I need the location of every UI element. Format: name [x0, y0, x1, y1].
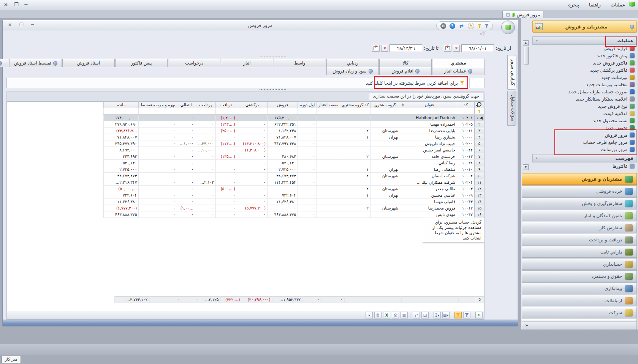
- row-number[interactable]: ۱۵: [474, 205, 484, 211]
- sidebar-item[interactable]: فرآيند فروش: [534, 45, 636, 52]
- cell-11[interactable]: ۰: [139, 115, 177, 121]
- sidebar-item[interactable]: اعلاميه بدهكار بستانكار جديد: [534, 95, 636, 102]
- cell-7[interactable]: ۰: [237, 173, 268, 179]
- cell-10[interactable]: ۰: [182, 296, 200, 303]
- cell-6[interactable]: ۵۴۰,۶۴۰: [268, 160, 298, 166]
- pin-icon[interactable]: [629, 24, 635, 30]
- cell-11[interactable]: ۰: [149, 296, 182, 303]
- cell-9[interactable]: ۰: [195, 173, 216, 179]
- report-tab[interactable]: فاكتورهاي ابطالي: [0, 59, 9, 67]
- column-header[interactable]: دريافت: [216, 102, 237, 108]
- date-to-calendar-icon[interactable]: [372, 45, 380, 52]
- cell-0[interactable]: ۱۰۲۰۵: [457, 121, 474, 128]
- cell-12[interactable]: ۴۷۹,۹۳۰,۶۹۰: [104, 121, 139, 128]
- cell-9[interactable]: ۰: [195, 160, 216, 166]
- cell-1[interactable]: عباسي محسن: [400, 192, 457, 199]
- cell-11[interactable]: ۰: [139, 199, 177, 205]
- cell-7[interactable]: ۰: [237, 179, 268, 186]
- cell-2[interactable]: [370, 121, 400, 128]
- sum-menu-icon[interactable]: Σ▾: [434, 312, 441, 318]
- table-row[interactable]: ۱۳۱۰۰۰۹عباسي محسنتهران۱۰۷۲۲,۶۰۴۰۰۰۰۰۷۲۲,…: [104, 192, 484, 199]
- filter-cell[interactable]: [237, 108, 268, 115]
- cell-0[interactable]: ۱۰۰۱۰: [457, 166, 474, 173]
- cell-11[interactable]: ۰: [139, 147, 177, 153]
- cell-12[interactable]: ۵۴۰,۶۴۰: [104, 160, 139, 166]
- cell-4[interactable]: ۰: [321, 296, 344, 303]
- side-tab[interactable]: سؤالات متداول: [507, 91, 516, 125]
- category-work-order-icon[interactable]: سفارش كار: [522, 222, 637, 233]
- cell-8[interactable]: (۱۳۵,...): [216, 153, 237, 160]
- table-row[interactable]: ۱۰۱۰۰۰۲شركت آسمانشهرستان۲۰۳۸,۶۷۳,۲۷۳۰۰۰۰…: [104, 173, 484, 179]
- cell-12[interactable]: ۳۴۵,۳۷۷,۳۹۰: [104, 140, 139, 147]
- tab-sales-review[interactable]: × مرور فروش: [502, 11, 543, 18]
- cell-2[interactable]: [372, 296, 401, 303]
- cell-0[interactable]: ۱۰۰۴۴: [457, 147, 474, 153]
- cell-6[interactable]: ۴۶۳,۸۸۸,۳۷۵: [268, 211, 298, 218]
- cell-10[interactable]: ۰: [177, 166, 195, 173]
- cell-0[interactable]: ۱۰۰۱۲: [457, 205, 474, 211]
- filter-cell[interactable]: [457, 108, 474, 115]
- category-payroll-icon[interactable]: حقوق و دستمزد: [522, 270, 637, 282]
- cell-5[interactable]: ۰: [298, 179, 317, 186]
- cell-3[interactable]: [340, 160, 370, 166]
- cell-5[interactable]: ۰: [298, 128, 317, 134]
- cell-9[interactable]: ۰: [195, 115, 216, 121]
- cell-4[interactable]: [317, 140, 340, 147]
- cell-8[interactable]: (۵۰۰,...): [216, 186, 237, 192]
- table-row[interactable]: ۹۱۰۰۱۰سلطاني رضاتهران۱۰۲,۷۲۵,۰۰۰۰۰۰۰۰۲,۷…: [104, 166, 484, 173]
- cell-8[interactable]: (۱۴۳,...): [216, 121, 237, 128]
- cell-2[interactable]: [370, 199, 400, 205]
- sum-icon[interactable]: Σ: [476, 296, 484, 303]
- cell-10[interactable]: ۰: [177, 179, 195, 186]
- cell-3[interactable]: [340, 147, 370, 153]
- cell-11[interactable]: ۰: [139, 160, 177, 166]
- fit-width-icon[interactable]: ⇄: [413, 312, 420, 318]
- cell-0[interactable]: [458, 296, 476, 303]
- cell-11[interactable]: ۰: [139, 211, 177, 218]
- cell-1[interactable]: بختياري رضا: [400, 134, 457, 140]
- cell-2[interactable]: شهرستان: [370, 186, 400, 192]
- table-row[interactable]: ۶۱۰۰۴۴خامسي امير حسين۰۰(۱,۳۰۸,۰۰۰)۰...۱۰…: [104, 147, 484, 153]
- sidebar-item[interactable]: مرور فروش: [534, 131, 636, 139]
- cell-4[interactable]: [317, 160, 340, 166]
- table-row[interactable]: ۲۱۰۲۰۵احمدزاده مهسا۰۶۲۲,۳۲۲,۳۵۱۰(۱۴۳,...…: [104, 121, 484, 128]
- report-tab[interactable]: اسناد فروش: [62, 59, 115, 67]
- cell-4[interactable]: [317, 192, 340, 199]
- date-from-clear-icon[interactable]: ×: [453, 45, 460, 52]
- cell-5[interactable]: ۰: [298, 199, 317, 205]
- cell-12[interactable]: (۶,۷۷۷,۲۰۰): [104, 205, 139, 211]
- cell-12[interactable]: ...۲,۲۱۶,۳۴۷: [104, 179, 139, 186]
- filter-row-icon[interactable]: [474, 108, 484, 115]
- refresh-icon[interactable]: ⇄: [459, 23, 464, 29]
- cell-6[interactable]: ۰: [268, 186, 298, 192]
- dropdown-icon[interactable]: ▾: [366, 312, 373, 318]
- cell-6[interactable]: ۷۱,۸۴۸,۰۰۷: [268, 134, 298, 140]
- scroll-up-icon[interactable]: ▲: [523, 40, 529, 46]
- cell-5[interactable]: ۰: [298, 166, 317, 173]
- filter-icon[interactable]: [478, 24, 481, 28]
- cell-3[interactable]: [340, 140, 370, 147]
- cell-11[interactable]: ۰: [139, 128, 177, 134]
- filter-edit-icon[interactable]: [463, 312, 470, 318]
- table-row[interactable]: ۱۱۱۰۲۰۴شركت همكاران نيك ...۰۱۱۴,۳۳۴,۴۵۴۰…: [104, 179, 484, 186]
- print-icon[interactable]: ⎙: [392, 312, 399, 318]
- cell-0[interactable]: ۱۰۰۰۰: [457, 134, 474, 140]
- table-row[interactable]: ۵۱۰۲۰۰حبيب نژاد داريوش۰۴۴۷,۷۹۷,۴۳۸(۱۳,۲۱…: [104, 140, 484, 147]
- cell-9[interactable]: ۰: [195, 205, 216, 211]
- row-number[interactable]: ۶: [474, 147, 484, 153]
- cell-5[interactable]: ۰: [298, 134, 317, 140]
- section-list[interactable]: فهرست »: [532, 154, 637, 162]
- cell-4[interactable]: [317, 153, 340, 160]
- category-ordering-distribution-icon[interactable]: سفارش‌گيري و پخش: [522, 197, 637, 209]
- sidebar-item[interactable]: فاكتور فروش جديد: [534, 59, 636, 66]
- cell-3[interactable]: ۲: [340, 173, 370, 179]
- cell-7[interactable]: ۰: [237, 186, 268, 192]
- cell-7[interactable]: ۰: [237, 199, 268, 205]
- cell-7[interactable]: (۱,۳۰۸,۰۰۰): [237, 147, 268, 153]
- cell-2[interactable]: شهرستان: [370, 153, 400, 160]
- table-row[interactable]: ۱۲۱۰۰۰۳طالبي جعفرشهرستان۲۰۰۰(۵۰۰,...)۰۰۰…: [104, 186, 484, 192]
- cell-3[interactable]: [340, 115, 370, 121]
- sidebar-item[interactable]: پيش فاكتور جديد: [534, 52, 636, 59]
- report-tab[interactable]: واسط: [274, 59, 326, 67]
- layout-menu-icon[interactable]: ▦▾: [442, 312, 450, 318]
